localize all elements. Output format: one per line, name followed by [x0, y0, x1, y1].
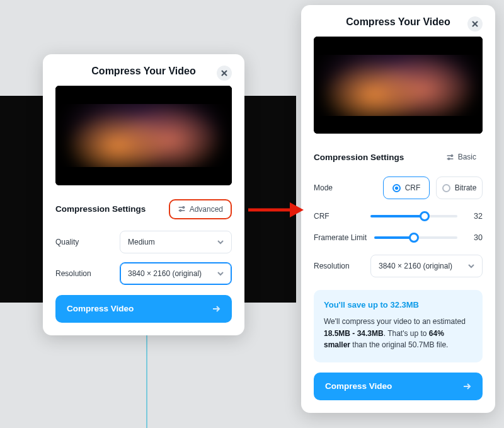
compress-dialog-advanced: Compress Your Video Compression Settings… [301, 5, 495, 413]
savings-range: 18.5MB - 34.3MB [324, 329, 384, 338]
advanced-toggle-button[interactable]: Advanced [169, 199, 232, 219]
radio-icon [392, 184, 401, 192]
close-button[interactable] [217, 66, 232, 81]
savings-info-box: You'll save up to 32.3MB We'll compress … [314, 290, 483, 362]
dialog-title: Compress Your Video [91, 66, 195, 77]
close-icon [472, 21, 478, 27]
settings-heading: Compression Settings [314, 153, 404, 162]
video-preview-thumbnail [314, 37, 483, 134]
resolution-row: Resolution 3840 × 2160 (original) [55, 262, 232, 285]
crf-row: CRF 32 [314, 212, 483, 221]
resolution-label: Resolution [55, 269, 91, 278]
savings-text: We'll compress your video to an estimate… [324, 317, 466, 326]
resolution-row: Resolution 3840 × 2160 (original) [314, 255, 483, 277]
video-preview-thumbnail [55, 86, 232, 185]
resolution-select[interactable]: 3840 × 2160 (original) [120, 262, 232, 285]
crf-value: 32 [466, 212, 483, 221]
resolution-select[interactable]: 3840 × 2160 (original) [370, 255, 483, 277]
savings-text: . That's up to [384, 329, 429, 338]
close-icon [221, 70, 227, 76]
compress-button-label: Compress Video [67, 304, 134, 313]
slider-thumb[interactable] [420, 211, 430, 221]
chevron-down-icon [217, 239, 224, 245]
compress-dialog-basic: Compress Your Video Compression Settings… [43, 54, 244, 335]
quality-row: Quality Medium [55, 231, 232, 253]
slider-thumb[interactable] [409, 233, 419, 243]
basic-toggle-button[interactable]: Basic [440, 149, 483, 165]
mode-option-bitrate-label: Bitrate [455, 183, 477, 192]
settings-header-row: Compression Settings Advanced [55, 199, 232, 219]
dialog-title: Compress Your Video [346, 16, 450, 28]
compress-video-button[interactable]: Compress Video [55, 295, 232, 323]
quality-label: Quality [55, 238, 79, 246]
settings-header-row: Compression Settings Basic [314, 149, 483, 165]
resolution-value: 3840 × 2160 (original) [379, 262, 452, 270]
chevron-down-icon [217, 270, 224, 277]
mode-option-bitrate[interactable]: Bitrate [436, 176, 483, 199]
arrow-right-icon [212, 304, 220, 313]
framerate-slider[interactable] [374, 236, 457, 239]
dialog-header: Compress Your Video [314, 16, 483, 28]
mode-segmented-control: CRF Bitrate [383, 176, 483, 199]
basic-toggle-label: Basic [458, 153, 476, 161]
crf-slider[interactable] [370, 215, 457, 217]
framerate-row: Framerate Limit 30 [314, 233, 483, 242]
mode-label: Mode [314, 183, 333, 192]
crf-slider-wrap: 32 [370, 212, 483, 221]
radio-icon [442, 184, 450, 192]
quality-value: Medium [128, 238, 155, 246]
arrow-right-icon [462, 382, 471, 391]
mode-option-crf-label: CRF [405, 183, 421, 192]
framerate-value: 30 [466, 233, 483, 242]
sliders-icon [178, 205, 186, 213]
resolution-value: 3840 × 2160 (original) [128, 269, 202, 278]
savings-title: You'll save up to 32.3MB [324, 300, 472, 309]
savings-text: than the original 50.7MB file. [350, 340, 448, 349]
quality-select[interactable]: Medium [120, 231, 232, 253]
advanced-toggle-label: Advanced [190, 205, 223, 214]
mode-row: Mode CRF Bitrate [314, 176, 483, 199]
compress-button-label: Compress Video [325, 381, 392, 391]
settings-heading: Compression Settings [55, 204, 146, 214]
mode-option-crf[interactable]: CRF [383, 176, 430, 199]
chevron-down-icon [468, 263, 474, 269]
close-button[interactable] [467, 16, 483, 32]
sliders-icon [446, 153, 454, 161]
crf-label: CRF [314, 212, 329, 221]
framerate-slider-wrap: 30 [374, 233, 483, 242]
dialog-header: Compress Your Video [55, 66, 232, 77]
compress-video-button[interactable]: Compress Video [314, 373, 483, 400]
framerate-label: Framerate Limit [314, 233, 367, 242]
resolution-label: Resolution [314, 262, 350, 270]
savings-body: We'll compress your video to an estimate… [324, 316, 472, 351]
